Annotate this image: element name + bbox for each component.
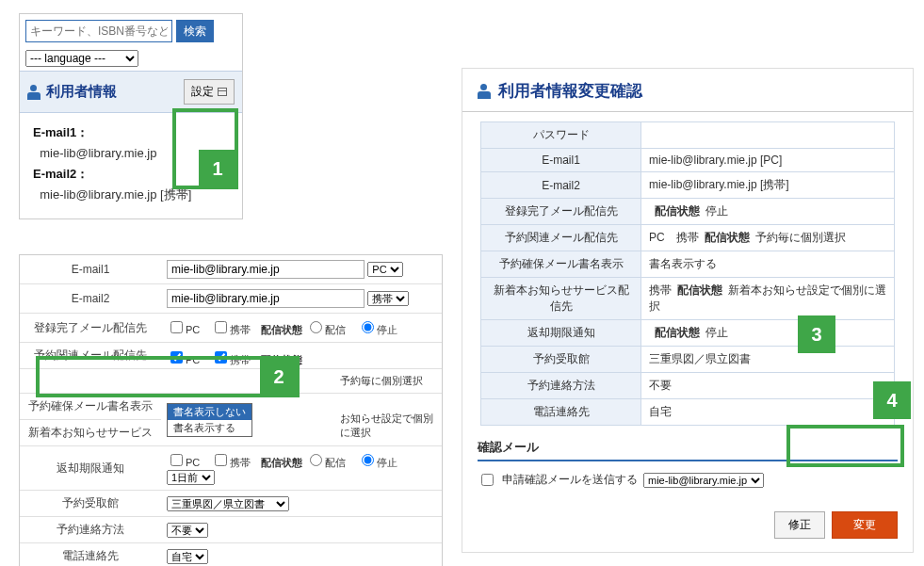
language-select[interactable]: --- language --- xyxy=(25,50,138,67)
table-row: 予約確保メール書名表示書名表示する xyxy=(481,251,895,278)
label-newbook: 新着本お知らせサービス xyxy=(20,420,161,446)
confirm-table: パスワード E-mail1mie-lib@library.mie.jp [PC]… xyxy=(480,121,895,426)
table-row: 予約関連メール配信先PC 携帯配信状態予約毎に個別選択 xyxy=(481,225,895,251)
row-returndue: 返却期限通知 PC 携帯 配信状態 配信 停止 1日前 xyxy=(20,446,442,491)
select-email1-type[interactable]: PC xyxy=(367,262,403,277)
select-email2-type[interactable]: 携帯 xyxy=(367,291,409,306)
select-pickup[interactable]: 三重県図／県立図書 xyxy=(167,496,289,511)
input-email1[interactable] xyxy=(167,260,365,279)
language-row: --- language --- xyxy=(20,46,242,71)
newbook-trail: お知らせ設定で個別に選択 xyxy=(340,412,442,440)
input-email2[interactable] xyxy=(167,289,365,308)
returndue-days[interactable]: 1日前 xyxy=(167,470,215,485)
row-pickup: 予約受取館 三重県図／県立図書 xyxy=(20,491,442,517)
select-contact[interactable]: 不要 xyxy=(167,523,208,538)
confirm-mail-select[interactable]: mie-lib@library.mie.jp xyxy=(643,473,764,488)
label-pickup: 予約受取館 xyxy=(20,491,161,517)
callout-4-num: 4 xyxy=(873,381,911,419)
regcomplete-keitai[interactable] xyxy=(215,321,227,333)
row-tel: 電話連絡先 自宅 xyxy=(20,543,442,567)
table-row: 新着本お知らせサービス配信先携帯配信状態新着本お知らせ設定で個別に選択 xyxy=(481,278,895,320)
regcomplete-pc[interactable] xyxy=(170,321,183,333)
regcomplete-off[interactable] xyxy=(362,321,374,333)
returndue-on[interactable] xyxy=(310,454,322,466)
window-icon xyxy=(218,88,227,96)
confirm-mail-checkbox[interactable] xyxy=(481,474,494,486)
email2-value: mie-lib@library.mie.jp [携帯] xyxy=(40,187,191,202)
table-row: パスワード xyxy=(481,122,895,149)
confirm-title-text: 利用者情報変更確認 xyxy=(498,80,642,102)
confirm-title: 利用者情報変更確認 xyxy=(462,69,913,112)
table-row: 予約連絡方法不要 xyxy=(481,373,895,399)
confirm-mail-row: 申請確認メールを送信する mie-lib@library.mie.jp xyxy=(462,463,913,496)
email1-label: E-mail1： xyxy=(33,125,89,139)
row-regcomplete: 登録完了メール配信先 PC 携帯 配信状態 配信 停止 xyxy=(20,314,442,343)
search-button[interactable]: 検索 xyxy=(176,20,214,42)
label-returndue: 返却期限通知 xyxy=(20,446,161,491)
edit-form-panel: E-mail1 PC E-mail2 携帯 登録完了メール配信先 PC 携帯 xyxy=(19,254,443,566)
table-row: 登録完了メール配信先配信状態停止 xyxy=(481,199,895,225)
returndue-off[interactable] xyxy=(362,454,374,466)
email2-label: E-mail2： xyxy=(33,167,89,181)
edit-button[interactable]: 修正 xyxy=(774,511,825,539)
confirm-button-row: 修正 変更 xyxy=(462,496,913,552)
row-email1: E-mail1 PC xyxy=(20,255,442,284)
label-tel: 電話連絡先 xyxy=(20,543,161,567)
user-info-header: 利用者情報 設定 xyxy=(20,71,242,113)
user-info-title: 利用者情報 xyxy=(27,83,117,101)
edit-form-table: E-mail1 PC E-mail2 携帯 登録完了メール配信先 PC 携帯 xyxy=(20,255,442,566)
settings-button[interactable]: 設定 xyxy=(184,79,235,105)
label-email1: E-mail1 xyxy=(20,255,161,284)
callout-2-num: 2 xyxy=(260,358,298,396)
yoyaku-hold-opt-hide[interactable]: 書名表示しない xyxy=(168,404,251,420)
callout-4-box xyxy=(786,425,904,467)
regcomplete-status-lbl: 配信状態 xyxy=(261,324,302,335)
select-tel[interactable]: 自宅 xyxy=(167,549,208,564)
returndue-keitai[interactable] xyxy=(215,454,227,466)
table-row: E-mail2mie-lib@library.mie.jp [携帯] xyxy=(481,172,895,199)
search-row: 検索 xyxy=(20,14,242,46)
person-icon xyxy=(478,84,491,99)
table-row: 電話連絡先自宅 xyxy=(481,399,895,426)
row-email2: E-mail2 携帯 xyxy=(20,284,442,314)
label-email2: E-mail2 xyxy=(20,284,161,314)
label-regcomplete: 登録完了メール配信先 xyxy=(20,314,161,343)
label-contact: 予約連絡方法 xyxy=(20,517,161,543)
yoyaku-hold-dropdown[interactable]: 書名表示しない 書名表示する xyxy=(167,403,252,437)
callout-1-num: 1 xyxy=(199,150,236,187)
confirm-submit-button[interactable]: 変更 xyxy=(832,511,898,539)
confirm-mail-label: 申請確認メールを送信する xyxy=(502,472,638,488)
callout-3-num: 3 xyxy=(798,315,835,353)
yoyaku-hold-opt-show[interactable]: 書名表示する xyxy=(168,420,251,436)
user-info-title-text: 利用者情報 xyxy=(46,83,117,101)
email1-value: mie-lib@library.mie.jp xyxy=(40,146,156,160)
regcomplete-on[interactable] xyxy=(310,321,322,333)
settings-button-label: 設定 xyxy=(191,84,214,100)
search-input[interactable] xyxy=(25,20,172,42)
person-icon xyxy=(27,85,41,100)
returndue-pc[interactable] xyxy=(170,454,183,466)
returndue-status-lbl: 配信状態 xyxy=(261,457,302,468)
confirm-panel: 利用者情報変更確認 パスワード E-mail1mie-lib@library.m… xyxy=(462,68,914,553)
table-row: E-mail1mie-lib@library.mie.jp [PC] xyxy=(481,149,895,172)
row-contact: 予約連絡方法 不要 xyxy=(20,517,442,543)
